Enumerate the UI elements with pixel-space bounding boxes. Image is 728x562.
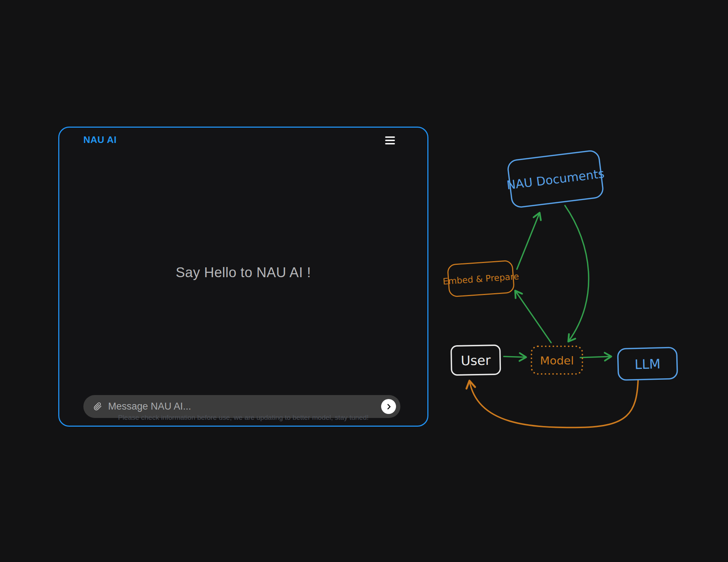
- node-nau-documents: NAU Documents: [504, 150, 607, 208]
- send-button[interactable]: [381, 399, 396, 414]
- node-label: LLM: [634, 356, 661, 372]
- chat-window: NAU AI Say Hello to NAU AI ! Please chec…: [58, 127, 428, 427]
- edge-model-to-llm: [580, 356, 611, 358]
- edge-embed-prepare-to-nau-documents: [517, 213, 539, 269]
- chevron-right-icon: [385, 403, 393, 411]
- app-title: NAU AI: [83, 134, 117, 146]
- node-embed-prepare: Embed & Prepare: [442, 260, 520, 297]
- node-label: Model: [540, 354, 574, 367]
- node-label: Embed & Prepare: [442, 271, 519, 287]
- menu-bar: [385, 143, 395, 144]
- menu-bar: [385, 140, 395, 141]
- architecture-diagram: NAU Documents Embed & Prepare User Model…: [437, 138, 692, 437]
- hamburger-menu-icon[interactable]: [385, 136, 396, 145]
- node-model: Model: [531, 346, 582, 374]
- node-llm: LLM: [618, 347, 677, 380]
- edge-llm-to-user: [470, 380, 638, 427]
- message-input[interactable]: [104, 401, 381, 412]
- node-user: User: [451, 345, 500, 375]
- edge-user-to-model: [504, 356, 526, 357]
- paperclip-icon[interactable]: [91, 400, 104, 414]
- edge-model-to-embed-prepare: [515, 291, 551, 343]
- menu-bar: [385, 136, 395, 138]
- edge-nau-documents-to-model: [565, 206, 589, 341]
- empty-state-greeting: Say Hello to NAU AI !: [59, 265, 427, 280]
- disclaimer-text: Please check information before use, we …: [59, 414, 427, 422]
- node-label: NAU Documents: [506, 166, 605, 192]
- node-label: User: [461, 353, 491, 368]
- screen: NAU AI Say Hello to NAU AI ! Please chec…: [0, 0, 728, 562]
